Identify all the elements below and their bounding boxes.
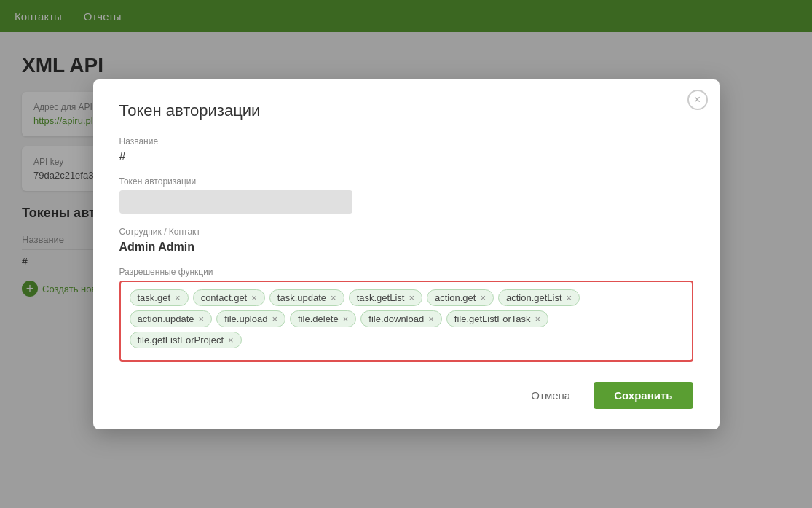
tag-task-get[interactable]: task.get × [130, 289, 189, 306]
modal-close-button[interactable]: × [687, 90, 708, 110]
tags-row-1: task.get × contact.get × task.update × t… [130, 289, 683, 306]
functions-tags-area[interactable]: task.get × contact.get × task.update × t… [119, 281, 693, 362]
name-label: Название [119, 136, 693, 146]
tag-task-getlist[interactable]: task.getList × [349, 289, 422, 306]
employee-field-group: Сотрудник / Контакт Admin Admin [119, 227, 693, 254]
employee-label: Сотрудник / Контакт [119, 227, 693, 237]
name-field-group: Название # [119, 136, 693, 163]
functions-label: Разрешенные функции [119, 267, 693, 277]
cancel-button[interactable]: Отмена [519, 383, 582, 407]
tag-contact-get-close[interactable]: × [251, 292, 257, 303]
tag-file-delete[interactable]: file.delete × [290, 310, 356, 327]
tag-action-update-close[interactable]: × [199, 313, 205, 324]
tag-task-getlist-close[interactable]: × [409, 292, 414, 303]
functions-field-group: Разрешенные функции task.get × contact.g… [119, 267, 693, 362]
tag-task-update-close[interactable]: × [331, 292, 336, 303]
tag-file-getlistfortask[interactable]: file.getListForTask × [446, 310, 548, 327]
token-input[interactable] [119, 190, 352, 214]
tags-row-3: file.getListForProject × [130, 332, 683, 348]
tag-file-getlistforproject-close[interactable]: × [228, 335, 234, 345]
tag-task-get-close[interactable]: × [175, 292, 181, 303]
tag-action-get[interactable]: action.get × [427, 289, 494, 306]
tag-file-delete-close[interactable]: × [343, 313, 349, 324]
tag-action-getlist[interactable]: action.getList × [498, 289, 580, 306]
tags-row-2: action.update × file.upload × file.delet… [130, 310, 683, 327]
modal-overlay: × Токен авторизации Название # Токен авт… [0, 0, 812, 508]
modal-title: Токен авторизации [119, 101, 693, 120]
modal-footer: Отмена Сохранить [119, 382, 693, 409]
token-field-group: Токен авторизации [119, 176, 693, 214]
tag-file-upload-close[interactable]: × [272, 313, 277, 324]
tag-action-get-close[interactable]: × [480, 292, 486, 303]
token-label: Токен авторизации [119, 176, 693, 187]
tag-action-getlist-close[interactable]: × [567, 292, 572, 303]
save-button[interactable]: Сохранить [594, 382, 693, 409]
tag-action-update[interactable]: action.update × [130, 310, 213, 327]
tag-file-upload[interactable]: file.upload × [216, 310, 285, 327]
tag-file-getlistforproject[interactable]: file.getListForProject × [130, 332, 242, 348]
tag-task-update[interactable]: task.update × [269, 289, 344, 306]
auth-token-modal: × Токен авторизации Название # Токен авт… [93, 79, 720, 429]
tag-file-download[interactable]: file.download × [360, 310, 441, 327]
tag-file-download-close[interactable]: × [428, 313, 434, 324]
employee-value: Admin Admin [119, 241, 693, 254]
tag-file-getlistfortask-close[interactable]: × [535, 313, 541, 324]
tag-contact-get[interactable]: contact.get × [193, 289, 265, 306]
name-value[interactable]: # [119, 150, 693, 163]
